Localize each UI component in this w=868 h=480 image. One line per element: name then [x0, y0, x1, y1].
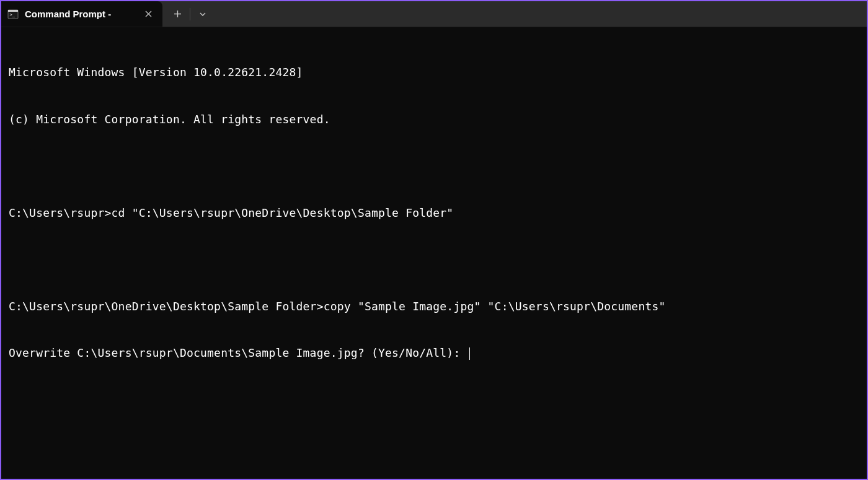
tab-title: Command Prompt -	[25, 9, 136, 19]
terminal-output[interactable]: Microsoft Windows [Version 10.0.22621.24…	[1, 27, 867, 383]
tab-close-button[interactable]	[143, 9, 154, 20]
svg-text:>_: >_	[10, 12, 16, 17]
new-tab-button[interactable]	[166, 4, 188, 24]
cursor	[469, 347, 470, 360]
terminal-line: Microsoft Windows [Version 10.0.22621.24…	[9, 64, 859, 80]
titlebar: >_ Command Prompt -	[1, 1, 867, 27]
terminal-line	[9, 159, 859, 174]
terminal-line	[9, 251, 859, 267]
terminal-prompt-line: Overwrite C:\Users\rsupr\Documents\Sampl…	[9, 345, 859, 360]
terminal-prompt-text: Overwrite C:\Users\rsupr\Documents\Sampl…	[9, 346, 467, 359]
command-prompt-icon: >_	[7, 9, 19, 20]
divider	[190, 8, 190, 20]
terminal-line: C:\Users\rsupr>cd "C:\Users\rsupr\OneDri…	[9, 205, 859, 220]
tab-command-prompt[interactable]: >_ Command Prompt -	[1, 1, 162, 27]
terminal-line: (c) Microsoft Corporation. All rights re…	[9, 111, 859, 127]
tab-dropdown-button[interactable]	[192, 4, 214, 24]
titlebar-actions	[162, 1, 218, 27]
svg-rect-1	[8, 10, 18, 12]
terminal-line: C:\Users\rsupr\OneDrive\Desktop\Sample F…	[9, 299, 859, 314]
